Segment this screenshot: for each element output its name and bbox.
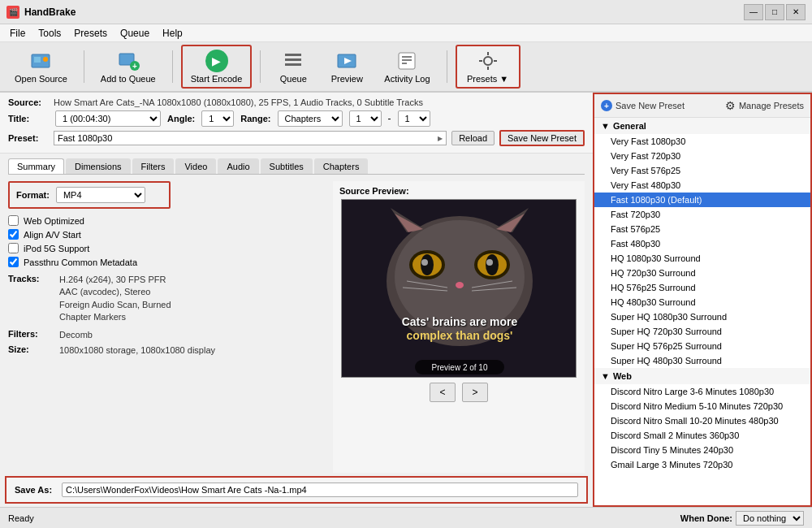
preset-superhq-720[interactable]: Super HQ 720p30 Surround	[594, 324, 810, 339]
tab-summary[interactable]: Summary	[8, 158, 64, 174]
preset-superhq-480[interactable]: Super HQ 480p30 Surround	[594, 353, 810, 368]
collapse-icon: ▼	[601, 121, 610, 131]
activity-log-button[interactable]: Activity Log	[376, 46, 438, 87]
tab-dimensions[interactable]: Dimensions	[66, 158, 130, 174]
angle-select[interactable]: 1	[201, 110, 234, 127]
toolbar: Open Source + Add to Queue ▶ Start Encod…	[0, 42, 812, 93]
window-controls: — □ ✕	[744, 4, 806, 20]
preset-hq-720[interactable]: HQ 720p30 Surround	[594, 266, 810, 280]
preset-very-fast-576[interactable]: Very Fast 576p25	[594, 163, 810, 178]
save-as-input[interactable]	[62, 483, 578, 497]
title-select[interactable]: 1 (00:04:30)	[55, 110, 161, 127]
preset-discord-medium[interactable]: Discord Nitro Medium 5-10 Minutes 720p30	[594, 399, 810, 413]
menu-presets[interactable]: Presets	[67, 26, 114, 41]
new-preset-button[interactable]: + Save New Preset	[601, 100, 685, 111]
manage-presets-button[interactable]: ⚙ Manage Presets	[725, 99, 804, 112]
start-encode-button[interactable]: ▶ Start Encode	[181, 45, 253, 89]
preset-discord-small[interactable]: Discord Nitro Small 10-20 Minutes 480p30	[594, 413, 810, 428]
format-label: Format:	[16, 190, 50, 200]
queue-label: Queue	[280, 74, 307, 84]
filters-label: Filters:	[8, 329, 53, 341]
svg-text:Preview 2 of 10: Preview 2 of 10	[432, 363, 488, 372]
tab-chapters[interactable]: Chapters	[314, 158, 369, 174]
preview-image: Cats' brains are more complex than dogs'…	[341, 199, 577, 378]
add-queue-icon: +	[117, 50, 140, 72]
preset-very-fast-480[interactable]: Very Fast 480p30	[594, 178, 810, 193]
menu-file[interactable]: File	[3, 26, 32, 41]
open-source-button[interactable]: Open Source	[6, 46, 76, 87]
track-4: Chapter Markers	[59, 311, 171, 323]
preset-fast-576[interactable]: Fast 576p25	[594, 222, 810, 236]
save-new-preset-button[interactable]: Save New Preset	[499, 130, 585, 146]
presets-header: + Save New Preset ⚙ Manage Presets	[594, 94, 810, 118]
web-optimized-label: Web Optimized	[24, 216, 84, 226]
tracks-label: Tracks:	[8, 274, 53, 324]
passthru-label: Passthru Common Metadata	[24, 258, 137, 267]
range-to-select[interactable]: 1	[398, 110, 430, 127]
preset-discord-tiny[interactable]: Discord Tiny 5 Minutes 240p30	[594, 443, 810, 457]
preset-arrow: ▶	[438, 135, 443, 142]
align-av-checkbox[interactable]	[8, 229, 19, 240]
reload-button[interactable]: Reload	[451, 131, 495, 145]
tab-filters[interactable]: Filters	[132, 158, 175, 174]
passthru-checkbox[interactable]	[8, 257, 19, 267]
preset-group-web: ▼ Web Discord Nitro Large 3-6 Minutes 10…	[594, 368, 810, 472]
preview-label: Preview	[331, 74, 363, 84]
presets-scroll[interactable]: ▼ General Very Fast 1080p30 Very Fast 72…	[594, 118, 810, 500]
menu-queue[interactable]: Queue	[114, 26, 156, 41]
menu-help[interactable]: Help	[156, 26, 189, 41]
preset-group-general-header[interactable]: ▼ General	[594, 118, 810, 134]
preview-next-button[interactable]: >	[462, 383, 488, 402]
minimize-button[interactable]: —	[744, 4, 763, 20]
preview-prev-button[interactable]: <	[430, 383, 456, 402]
tab-audio[interactable]: Audio	[218, 158, 258, 174]
when-done-select[interactable]: Do nothing	[736, 511, 804, 526]
format-select[interactable]: MP4	[56, 187, 145, 203]
preview-icon	[335, 50, 358, 72]
preset-group-web-header[interactable]: ▼ Web	[594, 368, 810, 384]
preset-discord-large[interactable]: Discord Nitro Large 3-6 Minutes 1080p30	[594, 384, 810, 399]
range-separator: -	[388, 113, 391, 124]
preset-group-general: ▼ General Very Fast 1080p30 Very Fast 72…	[594, 118, 810, 368]
preset-fast-480[interactable]: Fast 480p30	[594, 236, 810, 251]
add-to-queue-button[interactable]: + Add to Queue	[93, 46, 164, 87]
presets-button[interactable]: Presets ▼	[456, 45, 520, 89]
save-as-label: Save As:	[15, 485, 55, 495]
queue-button[interactable]: Queue	[269, 46, 317, 87]
toolbar-sep-3	[260, 50, 261, 83]
play-icon: ▶	[205, 50, 228, 72]
plus-icon: +	[601, 100, 612, 111]
web-optimized-checkbox[interactable]	[8, 215, 19, 226]
preset-row: Preset: Fast 1080p30 ▶ Reload Save New P…	[8, 130, 585, 146]
toolbar-sep-2	[172, 50, 173, 83]
tab-subtitles[interactable]: Subtitles	[261, 158, 313, 174]
align-av-row: Align A/V Start	[8, 229, 325, 240]
svg-rect-7	[285, 58, 301, 61]
preview-button[interactable]: Preview	[322, 46, 371, 87]
preset-hq-480[interactable]: HQ 480p30 Surround	[594, 295, 810, 309]
preset-discord-small-2[interactable]: Discord Small 2 Minutes 360p30	[594, 428, 810, 443]
preset-superhq-576[interactable]: Super HQ 576p25 Surround	[594, 339, 810, 353]
svg-text:Cats' brains are more: Cats' brains are more	[402, 315, 518, 328]
preset-hq-576[interactable]: HQ 576p25 Surround	[594, 280, 810, 295]
ipod-checkbox[interactable]	[8, 243, 19, 253]
tab-video[interactable]: Video	[175, 158, 216, 174]
svg-point-34	[486, 259, 493, 266]
preset-fast-720[interactable]: Fast 720p30	[594, 207, 810, 222]
preset-hq-1080[interactable]: HQ 1080p30 Surround	[594, 251, 810, 266]
preset-very-fast-720[interactable]: Very Fast 720p30	[594, 149, 810, 163]
tracks-row: Tracks: H.264 (x264), 30 FPS PFR AAC (av…	[8, 274, 325, 324]
range-type-select[interactable]: Chapters	[278, 110, 343, 127]
svg-rect-11	[399, 53, 415, 69]
preset-fast-1080-default[interactable]: Fast 1080p30 (Default)	[594, 193, 810, 207]
preset-very-fast-1080[interactable]: Very Fast 1080p30	[594, 134, 810, 149]
preset-superhq-1080[interactable]: Super HQ 1080p30 Surround	[594, 309, 810, 324]
preset-gmail-large[interactable]: Gmail Large 3 Minutes 720p30	[594, 457, 810, 472]
svg-rect-8	[285, 63, 301, 66]
range-from-select[interactable]: 1	[349, 110, 382, 127]
menu-tools[interactable]: Tools	[32, 26, 67, 41]
close-button[interactable]: ✕	[786, 4, 806, 20]
maximize-button[interactable]: □	[765, 4, 784, 20]
open-source-label: Open Source	[15, 74, 67, 84]
when-done-label: When Done:	[680, 513, 732, 523]
